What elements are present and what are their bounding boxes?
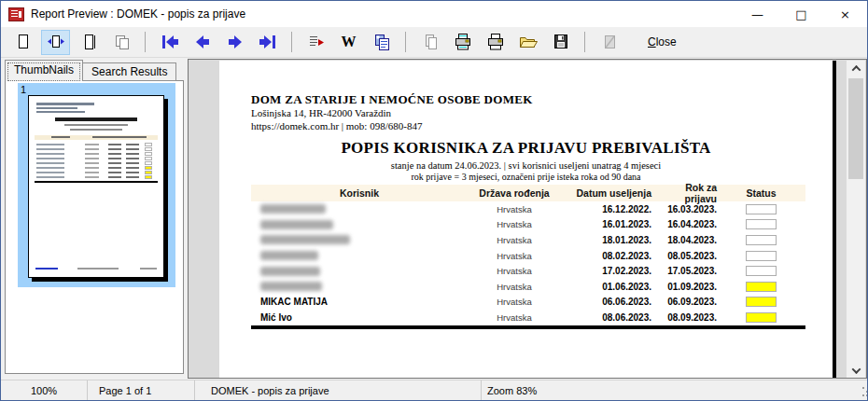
table-header-row: Korisnik Država rođenja Datum useljenja … (251, 185, 805, 201)
thumbnail-page-number: 1 (21, 84, 26, 95)
vertical-scrollbar[interactable] (847, 61, 865, 379)
maximize-button[interactable]: □ (779, 1, 823, 27)
status-box (746, 204, 777, 214)
status-document-name: DOMEK - popis za prijave (195, 380, 482, 400)
status-box (746, 219, 777, 229)
mini-title (55, 118, 137, 121)
scroll-down-button[interactable] (847, 363, 865, 379)
table-row: MIKAC MATIJA Hrvatska 06.06.2023. 06.09.… (251, 295, 805, 311)
mini-subtitle (70, 129, 122, 131)
resize-grip[interactable] (854, 387, 864, 397)
toolbar: W (1, 27, 867, 58)
zoom-100-button[interactable] (74, 30, 103, 55)
scrollbar-thumb[interactable] (848, 78, 863, 179)
header-status: Status (717, 187, 805, 199)
fit-width-button[interactable] (41, 30, 70, 55)
minimize-button[interactable]: — (735, 1, 779, 27)
first-page-button[interactable] (155, 30, 184, 55)
zoom-100-icon (79, 33, 98, 51)
status-box (746, 235, 777, 245)
goto-page-button[interactable] (301, 30, 330, 55)
print-setup-button[interactable] (448, 30, 477, 55)
resident-name: MIKAC MATIJA (251, 297, 468, 307)
thumbnail-panel: 1 (5, 80, 184, 374)
report-org-block: DOM ZA STARIJE I NEMOĆNE OSOBE DOMEK Loš… (251, 92, 533, 132)
fit-page-button[interactable] (8, 30, 37, 55)
last-page-button[interactable] (253, 30, 282, 55)
blurred-name (260, 282, 322, 291)
blurred-name (260, 235, 350, 244)
status-page-info: Page 1 of 1 (88, 380, 195, 400)
close-button[interactable]: Close (640, 32, 684, 52)
next-page-icon (225, 33, 245, 51)
mini-subtitle (64, 124, 128, 126)
status-box (746, 282, 777, 292)
blurred-name (260, 204, 326, 214)
tab-bar: ThumbNails Search Results (5, 60, 176, 81)
blurred-name (260, 220, 333, 229)
close-window-button[interactable]: × (823, 1, 867, 27)
blurred-name (260, 267, 320, 276)
report-title: POPIS KORISNIKA ZA PRIJAVU PREBIVALIŠTA (219, 139, 833, 158)
scroll-up-button[interactable] (847, 61, 865, 76)
tab-search-results[interactable]: Search Results (82, 62, 176, 81)
table-row: Hrvatska 18.01.2023. 18.04.2023. (251, 232, 805, 248)
report-table: Korisnik Država rođenja Datum useljenja … (251, 185, 805, 329)
mini-footer (29, 268, 163, 270)
find-icon: W (342, 34, 357, 50)
copy-pages-icon (372, 33, 391, 51)
header-rok: Rok za prijavu (651, 182, 717, 204)
page-outline-icon (421, 33, 440, 51)
report-preview-window: Report Preview : DOMEK - popis za prijav… (0, 0, 868, 401)
status-box (746, 297, 777, 307)
toolbar-separator (584, 32, 585, 52)
toolbar-separator (291, 32, 292, 52)
table-row: Hrvatska 01.06.2023. 01.09.2023. (251, 279, 805, 295)
page-outline-button[interactable] (415, 30, 444, 55)
first-page-icon (160, 33, 180, 51)
print-setup-icon (454, 33, 472, 51)
status-box (746, 251, 777, 261)
org-address: Lošinjska 14, HR-42000 Varaždin (251, 107, 533, 120)
save-report-button[interactable] (546, 30, 575, 55)
table-row: Hrvatska 17.02.2023. 17.05.2023. (251, 263, 805, 279)
table-row: Hrvatska 16.12.2022. 16.03.2023. (251, 201, 805, 217)
preview-pane: DOM ZA STARIJE I NEMOĆNE OSOBE DOMEK Loš… (188, 59, 867, 379)
print-button[interactable] (481, 30, 510, 55)
table-row: Hrvatska 08.02.2023. 08.05.2023. (251, 248, 805, 264)
title-bar: Report Preview : DOMEK - popis za prijav… (1, 1, 867, 27)
chevron-up-icon (851, 65, 861, 75)
next-page-button[interactable] (220, 30, 249, 55)
multi-page-icon (112, 33, 131, 51)
app-icon (8, 7, 24, 21)
org-name: DOM ZA STARIJE I NEMOĆNE OSOBE DOMEK (251, 92, 533, 107)
table-row: Hrvatska 16.01.2023. 16.04.2023. (251, 217, 805, 233)
disabled-action-icon (600, 33, 619, 51)
report-subtitle-1: stanje na datum 24.06.2023. | svi korisn… (219, 160, 833, 171)
chevron-down-icon (851, 365, 861, 374)
prev-page-button[interactable] (188, 30, 217, 55)
table-row: Mić Ivo Hrvatska 08.06.2023. 08.09.2023. (251, 310, 805, 325)
report-subtitle-2: rok prijave = 3 mjeseci, označeni prije … (219, 172, 833, 182)
status-bar: 100% Page 1 of 1 DOMEK - popis za prijav… (1, 380, 867, 400)
mini-org-header (36, 103, 163, 113)
open-report-button[interactable] (513, 30, 542, 55)
fit-page-icon (14, 33, 33, 51)
fit-width-icon (47, 33, 65, 51)
print-icon (486, 33, 505, 51)
save-icon (552, 33, 570, 51)
thumbnail-selection[interactable]: 1 (18, 83, 175, 287)
toolbar-separator (145, 32, 146, 52)
copy-pages-button[interactable] (367, 30, 396, 55)
multi-page-button[interactable] (106, 30, 135, 55)
report-page: DOM ZA STARIJE I NEMOĆNE OSOBE DOMEK Loš… (219, 61, 836, 379)
window-controls: — □ × (735, 1, 867, 27)
prev-page-icon (192, 33, 213, 51)
open-folder-icon (518, 33, 539, 51)
goto-page-icon (307, 33, 326, 51)
tab-thumbnails[interactable]: ThumbNails (5, 60, 83, 81)
status-box (746, 312, 777, 323)
thumbnail-page[interactable] (28, 95, 164, 278)
mini-table (35, 135, 158, 183)
find-button[interactable]: W (334, 30, 363, 55)
